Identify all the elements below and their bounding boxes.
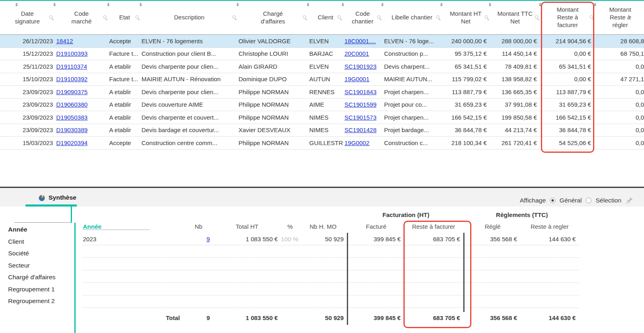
column-resize-handle-icon[interactable]: [538, 3, 542, 6]
column-header-montant-ttc-net[interactable]: Montant TTC Net: [490, 1, 540, 34]
column-resize-handle-icon[interactable]: [139, 3, 142, 6]
tab-synthese[interactable]: Synthèse: [38, 191, 76, 204]
column-header-client[interactable]: Client: [308, 1, 343, 34]
column-resize-handle-icon[interactable]: [306, 3, 310, 6]
summary-data-row: 2023 9 1 083 550 € 100 % 50 929 399 845 …: [83, 233, 579, 245]
cell-client: RENNES: [308, 89, 343, 95]
summary-group-header-row: Facturation (HT) Règlements (TTC): [83, 209, 579, 220]
table-row[interactable]: 15/10/2023 D19100392 Facture t... MAIRIE…: [0, 73, 644, 86]
column-resize-handle-icon[interactable]: [593, 3, 597, 6]
code-marche-link[interactable]: D19100393: [56, 50, 88, 57]
cell-etat: A etablir: [108, 126, 141, 133]
sidebar-item-annee[interactable]: Année: [8, 223, 55, 236]
cell-description: Devis couverture AIME: [141, 101, 238, 108]
column-resize-handle-icon[interactable]: [15, 3, 18, 6]
sidebar-item-societe[interactable]: Société: [8, 247, 55, 259]
summary-nb-link[interactable]: 9: [207, 236, 210, 242]
radio-general[interactable]: [550, 198, 555, 203]
column-resize-handle-icon[interactable]: [341, 3, 344, 6]
column-header-libelle-chantier[interactable]: Libelle chantier: [382, 1, 441, 34]
code-chantier-link[interactable]: 20C0001: [344, 50, 369, 57]
pie-chart-icon: [38, 194, 45, 201]
code-chantier-link[interactable]: SC1901843: [344, 89, 376, 95]
column-search-icon[interactable]: [485, 15, 488, 19]
column-search-icon[interactable]: [535, 15, 538, 19]
column-search-icon[interactable]: [377, 15, 380, 19]
code-chantier-link[interactable]: 19G0001: [344, 76, 370, 82]
code-chantier-link[interactable]: 18C0001....: [344, 38, 376, 44]
code-marche-link[interactable]: D19020394: [56, 139, 88, 146]
column-header-label: Description: [141, 14, 238, 21]
column-search-icon[interactable]: [338, 15, 341, 19]
code-marche-link[interactable]: D19090375: [56, 89, 88, 95]
affichage-label: Affichage: [520, 197, 546, 204]
sidebar-item-charge-affaires[interactable]: Chargé d'affaires: [8, 271, 55, 283]
code-marche-link[interactable]: D19060380: [56, 101, 88, 108]
table-row[interactable]: 23/09/2023 D19030389 A etablir Devis bar…: [0, 124, 644, 137]
cell-montant-reste-a-regler: 0,0: [595, 101, 644, 108]
cell-montant-ht-net: 166 542,15 €: [441, 114, 490, 121]
sidebar-item-secteur[interactable]: Secteur: [8, 259, 55, 272]
summary-cell-reste-a-facturer: 683 705 €: [404, 236, 463, 242]
table-row[interactable]: 23/09/2023 D19060380 A etablir Devis cou…: [0, 99, 644, 112]
column-search-icon[interactable]: [303, 15, 306, 19]
column-header-label: Code marché: [55, 10, 108, 25]
code-marche-link[interactable]: D19030389: [56, 126, 88, 133]
sidebar-top-line: [14, 222, 71, 223]
column-header-montant-reste-a-regler[interactable]: Montant Reste à régler ▸: [595, 1, 644, 34]
cell-client: ELVEN: [308, 63, 343, 70]
cell-montant-reste-a-regler: 0,0: [595, 139, 644, 146]
cell-montant-ttc-net: 199 850,58 €: [490, 114, 540, 121]
cell-etat: Accepte: [108, 38, 141, 44]
table-row[interactable]: 26/12/2023 18412 Accepte ELVEN - 76 loge…: [0, 35, 644, 48]
cell-libelle-chantier: Projet charpen...: [382, 89, 441, 95]
summary-cell-facture: 399 845 €: [348, 236, 404, 242]
column-header-code-marche[interactable]: Code marché: [55, 1, 108, 34]
code-chantier-link[interactable]: SC1901573: [344, 114, 376, 121]
column-header-date-signature[interactable]: Date signature: [0, 1, 55, 34]
cell-charge-affaires: Olivier VALDORGE: [238, 38, 308, 44]
radio-selection[interactable]: [586, 198, 591, 203]
column-resize-handle-icon[interactable]: [488, 3, 492, 6]
code-chantier-link[interactable]: SC1901923: [344, 63, 376, 70]
summary-total-reste-a-facturer: 683 705 €: [404, 314, 463, 321]
column-resize-handle-icon[interactable]: [380, 3, 384, 6]
column-search-icon[interactable]: [590, 15, 593, 19]
column-resize-handle-icon[interactable]: [236, 3, 239, 6]
column-header-charge-affaires[interactable]: Chargé d'affaires: [238, 1, 308, 34]
column-resize-handle-icon[interactable]: [53, 3, 56, 6]
sidebar-item-regroupement-2[interactable]: Regroupement 2: [8, 295, 55, 307]
code-marche-link[interactable]: D19100392: [56, 76, 88, 82]
column-search-icon[interactable]: [232, 15, 236, 19]
column-header-label: Montant Reste à régler: [595, 6, 644, 29]
table-row[interactable]: 15/12/2023 D19100393 Facture t... Constr…: [0, 48, 644, 61]
table-row[interactable]: 25/11/2023 D19110374 A etablir Devis cha…: [0, 60, 644, 73]
column-search-icon[interactable]: [135, 15, 139, 19]
code-chantier-link[interactable]: SC1901599: [344, 101, 376, 108]
pin-icon[interactable]: [625, 196, 633, 204]
column-header-montant-ht-net[interactable]: Montant HT Net: [441, 1, 490, 34]
cell-date-signature: 23/09/2023: [0, 114, 55, 121]
column-header-etat[interactable]: Etat: [108, 1, 141, 34]
radio-general-label[interactable]: Général: [560, 197, 582, 204]
column-header-code-chantier[interactable]: Code chantier: [343, 1, 382, 34]
column-resize-handle-icon[interactable]: [106, 3, 110, 6]
sidebar-item-client[interactable]: Client: [8, 236, 55, 248]
column-search-icon[interactable]: [103, 15, 106, 19]
column-search-icon[interactable]: [436, 15, 439, 19]
table-row[interactable]: 23/09/2023 D19050383 A etablir Devis cha…: [0, 111, 644, 124]
cell-montant-ttc-net: 288 000,00 €: [490, 38, 540, 44]
column-header-montant-reste-a-facturer[interactable]: Montant Reste à facturer: [540, 1, 595, 34]
table-row[interactable]: 23/09/2023 D19090375 A etablir Devis cha…: [0, 86, 644, 99]
code-marche-link[interactable]: D19110374: [56, 63, 87, 70]
sidebar-item-regroupement-1[interactable]: Regroupement 1: [8, 283, 55, 295]
radio-selection-label[interactable]: Sélection: [595, 197, 621, 204]
code-marche-link[interactable]: 18412: [56, 38, 73, 44]
code-chantier-link[interactable]: SC1901428: [344, 126, 376, 133]
column-search-icon[interactable]: [49, 15, 53, 19]
table-row[interactable]: 15/03/2023 D19020394 Accepte Constructio…: [0, 137, 644, 150]
column-header-description[interactable]: Description: [141, 1, 238, 34]
code-marche-link[interactable]: D19050383: [56, 114, 88, 121]
code-chantier-link[interactable]: 19G0002: [344, 139, 370, 146]
column-resize-handle-icon[interactable]: [439, 3, 443, 6]
